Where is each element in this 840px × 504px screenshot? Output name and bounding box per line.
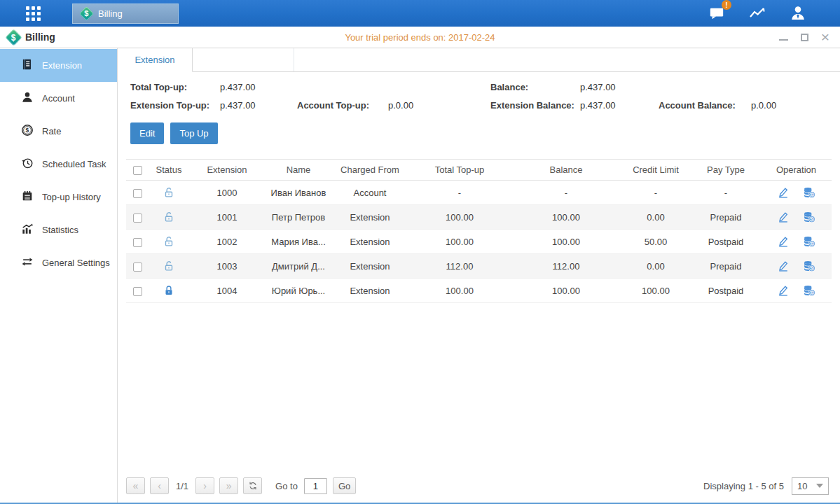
- row-checkbox[interactable]: [133, 262, 142, 272]
- extension-table-wrap: StatusExtensionNameCharged FromTotal Top…: [126, 159, 832, 303]
- billing-app-icon: $: [79, 6, 94, 20]
- action-buttons: Edit Top Up: [130, 122, 840, 144]
- sidebar-item-scheduled-task[interactable]: Scheduled Task: [0, 148, 117, 181]
- column-header-total-top-up: Total Top-up: [408, 160, 511, 181]
- page-size-select[interactable]: 10: [792, 477, 829, 495]
- dropdown-caret-icon: [816, 484, 823, 488]
- lock-closed-icon: [163, 284, 175, 295]
- extension-balance-value: p.437.00: [580, 100, 659, 111]
- goto-page-input[interactable]: [304, 478, 327, 494]
- sidebar-item-extension[interactable]: Extension: [0, 49, 117, 82]
- page-size-value: 10: [797, 481, 807, 491]
- window-controls: ×: [778, 32, 830, 42]
- cell-credit-limit: 50.00: [621, 230, 691, 254]
- lock-open-icon: [163, 260, 175, 270]
- apps-grid-icon[interactable]: [26, 6, 41, 21]
- sidebar-item-label: Top-up History: [42, 192, 101, 202]
- page-indicator: 1/1: [176, 481, 188, 491]
- cell-total-topup: 100.00: [408, 230, 511, 254]
- minimize-button[interactable]: [778, 32, 788, 42]
- account-person-icon: [21, 91, 34, 106]
- next-page-button[interactable]: ›: [195, 477, 214, 494]
- sidebar-item-label: Extension: [42, 60, 82, 71]
- sidebar-item-rate[interactable]: $Rate: [0, 115, 117, 148]
- sidebar-item-account[interactable]: Account: [0, 82, 117, 115]
- edit-icon[interactable]: [777, 186, 790, 199]
- cell-balance: 112.00: [511, 254, 621, 279]
- table-row: 1000Иван ИвановAccount----$: [126, 181, 832, 205]
- table-row: 1001Петр ПетровExtension100.00100.000.00…: [126, 205, 832, 230]
- cell-charged-from: Account: [332, 181, 408, 205]
- svg-text:$: $: [811, 241, 813, 246]
- cell-charged-from: Extension: [332, 254, 408, 279]
- cell-name: Дмитрий Д...: [265, 254, 332, 279]
- row-checkbox[interactable]: [133, 238, 142, 247]
- column-header-charged-from: Charged From: [332, 160, 408, 181]
- cell-extension: 1001: [189, 205, 265, 230]
- prev-page-button[interactable]: ‹: [150, 477, 169, 494]
- billing-window: $ Billing ! $ Billing Your trial period …: [0, 0, 840, 504]
- table-row: 1003Дмитрий Д...Extension112.00112.000.0…: [126, 254, 832, 279]
- last-page-button[interactable]: »: [219, 477, 238, 494]
- column-header-status: Status: [149, 160, 189, 181]
- sidebar-item-label: Statistics: [42, 225, 78, 235]
- cell-extension: 1002: [189, 230, 265, 254]
- column-header-extension: Extension: [189, 160, 265, 181]
- close-button[interactable]: ×: [820, 32, 830, 42]
- go-button[interactable]: Go: [333, 477, 356, 494]
- refresh-button[interactable]: [243, 477, 262, 494]
- extension-table: StatusExtensionNameCharged FromTotal Top…: [126, 159, 832, 303]
- topup-icon[interactable]: $: [803, 235, 815, 248]
- notification-badge: !: [722, 0, 731, 10]
- topup-button[interactable]: Top Up: [170, 122, 217, 144]
- extension-book-icon: [21, 58, 34, 73]
- sidebar-item-general-settings[interactable]: General Settings: [0, 246, 117, 279]
- cell-pay-type: Prepaid: [691, 205, 761, 230]
- edit-icon[interactable]: [777, 211, 790, 223]
- sidebar-item-label: Account: [42, 93, 75, 104]
- user-account-icon[interactable]: [788, 5, 808, 22]
- cell-charged-from: Extension: [332, 230, 408, 254]
- cell-total-topup: 100.00: [408, 205, 511, 230]
- tab-extension[interactable]: Extension: [118, 48, 193, 72]
- row-checkbox[interactable]: [133, 189, 142, 198]
- sidebar-item-statistics[interactable]: Statistics: [0, 214, 117, 246]
- topup-icon[interactable]: $: [803, 211, 815, 223]
- topbar-status-icons: !: [707, 5, 808, 22]
- edit-icon[interactable]: [777, 235, 790, 248]
- window-body: ExtensionAccount$RateScheduled TaskTop-u…: [0, 48, 840, 503]
- cell-extension: 1004: [189, 279, 265, 303]
- sidebar-item-top-up-history[interactable]: Top-up History: [0, 181, 117, 214]
- cell-pay-type: Prepaid: [691, 254, 761, 279]
- maximize-button[interactable]: [799, 32, 809, 42]
- row-checkbox[interactable]: [133, 287, 142, 296]
- edit-button[interactable]: Edit: [130, 122, 164, 144]
- statistics-chart-icon: [21, 223, 34, 237]
- cell-name: Юрий Юрь...: [265, 279, 332, 303]
- edit-icon[interactable]: [777, 260, 790, 272]
- cell-credit-limit: -: [621, 181, 691, 205]
- cell-total-topup: 100.00: [408, 279, 511, 303]
- reports-chart-icon[interactable]: [748, 5, 767, 22]
- taskbar-app-label: Billing: [98, 8, 123, 19]
- row-checkbox[interactable]: [133, 214, 142, 223]
- pagination-bar: « ‹ 1/1 › » Go to Go Displaying 1 - 5 of…: [118, 472, 840, 503]
- topup-icon[interactable]: $: [803, 260, 815, 272]
- edit-icon[interactable]: [777, 284, 790, 297]
- select-all-checkbox[interactable]: [133, 166, 142, 175]
- desktop-topbar: $ Billing !: [0, 0, 840, 27]
- lock-open-icon: [163, 186, 175, 197]
- account-topup-value: p.0.00: [388, 100, 490, 111]
- messages-icon[interactable]: !: [707, 5, 727, 22]
- topup-icon[interactable]: $: [803, 186, 815, 199]
- lock-open-icon: [163, 235, 175, 246]
- sidebar-item-label: Rate: [42, 126, 61, 136]
- total-topup-value: p.437.00: [220, 82, 297, 92]
- svg-text:$: $: [811, 216, 813, 221]
- table-row: 1002Мария Ива...Extension100.00100.0050.…: [126, 230, 832, 254]
- first-page-button[interactable]: «: [126, 477, 145, 494]
- topup-icon[interactable]: $: [803, 284, 815, 297]
- column-header-name: Name: [265, 160, 332, 181]
- taskbar-billing-button[interactable]: $ Billing: [72, 4, 179, 24]
- extension-topup-value: p.437.00: [220, 100, 297, 111]
